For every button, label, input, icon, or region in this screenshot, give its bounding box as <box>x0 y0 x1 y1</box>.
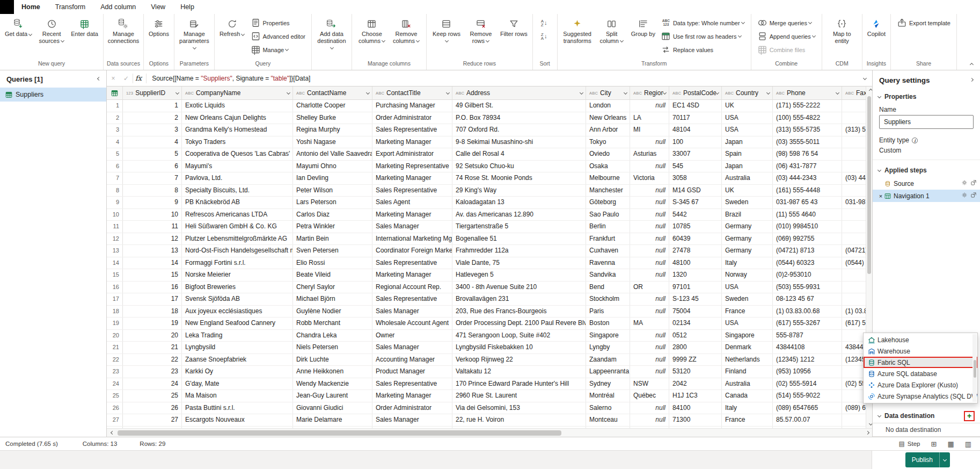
table-cell[interactable]: Leka Trading <box>182 330 293 342</box>
table-cell[interactable]: null <box>842 330 866 342</box>
manage-button[interactable]: Manage <box>248 44 308 55</box>
table-cell[interactable]: Ann Arbor <box>586 124 630 136</box>
scroll-right-icon[interactable] <box>866 431 869 435</box>
table-cell[interactable]: Canada <box>722 390 773 402</box>
tab-add-column[interactable]: Add column <box>93 0 143 14</box>
table-cell[interactable]: Jean-Guy Laurent <box>293 390 372 402</box>
table-cell[interactable]: 203, Rue des Francs-Bourgeois <box>452 306 586 318</box>
vertical-scroll-thumb[interactable] <box>867 96 871 274</box>
table-cell[interactable]: (1) 03.83.00.68 <box>773 306 842 318</box>
publish-button[interactable]: Publish <box>905 452 950 467</box>
table-cell[interactable]: Brovallavägen 231 <box>452 293 586 305</box>
sort-ascending-icon-button[interactable]: AZ↓ <box>537 17 553 28</box>
collapse-settings-panel-button[interactable] <box>970 77 974 81</box>
table-cell[interactable]: Refrescos Americanas LTDA <box>182 209 293 221</box>
table-cell[interactable]: null <box>630 354 669 366</box>
table-cell[interactable]: G'day, Mate <box>182 378 293 390</box>
table-cell[interactable]: Osaka <box>586 161 630 172</box>
table-cell[interactable]: (089) 6547665 <box>773 402 842 414</box>
table-cell[interactable]: Giovanni Giudici <box>293 402 372 414</box>
column-header-companyname[interactable]: ABCCompanyName <box>182 86 293 99</box>
table-cell[interactable]: (617) 555-3267 <box>773 318 842 329</box>
table-cell[interactable]: 100 <box>669 136 722 148</box>
table-cell[interactable]: 5 <box>123 148 182 160</box>
table-cell[interactable]: Specialty Biscuits, Ltd. <box>182 185 293 197</box>
row-number[interactable]: 10 <box>107 209 123 221</box>
table-cell[interactable]: Singapore <box>722 330 773 342</box>
table-cell[interactable]: Coordinator Foreign Markets <box>372 245 452 257</box>
table-cell[interactable]: Export Administrator <box>372 148 452 160</box>
table-cell[interactable]: M14 GSD <box>669 185 722 197</box>
table-cell[interactable]: null <box>630 209 669 221</box>
table-cell[interactable]: (12345) 1210 <box>842 354 866 366</box>
table-cell[interactable]: Norske Meierier <box>182 269 293 281</box>
row-number[interactable]: 1 <box>107 100 123 112</box>
table-cell[interactable]: Germany <box>722 221 773 233</box>
table-cell[interactable]: null <box>630 293 669 305</box>
table-cell[interactable]: USA <box>722 112 773 124</box>
table-cell[interactable]: Sao Paulo <box>586 209 630 221</box>
filter-rows-button[interactable]: Filter rows <box>498 16 530 59</box>
enter-data-button[interactable]: Enter data <box>69 16 100 59</box>
table-cell[interactable]: USA <box>722 124 773 136</box>
table-cell[interactable]: Wendy Mackenzie <box>293 378 372 390</box>
row-number[interactable]: 18 <box>107 306 123 318</box>
table-cell[interactable]: 13 <box>123 245 182 257</box>
table-cell[interactable]: UK <box>722 185 773 197</box>
tab-help[interactable]: Help <box>173 0 202 14</box>
append-queries-button[interactable]: Append queries <box>755 31 818 42</box>
filter-chevron-icon[interactable] <box>366 90 370 94</box>
horizontal-scroll-thumb[interactable] <box>118 430 561 436</box>
table-cell[interactable]: 2800 <box>669 342 722 353</box>
table-cell[interactable]: Anne Heikkonen <box>293 366 372 378</box>
table-cell[interactable]: 10 <box>123 209 182 221</box>
table-cell[interactable]: Order Administrator <box>372 112 452 124</box>
filter-chevron-icon[interactable] <box>836 90 839 94</box>
row-number[interactable]: 4 <box>107 136 123 148</box>
table-cell[interactable]: Wholesale Account Agent <box>372 318 452 329</box>
table-cell[interactable]: Sales Representative <box>372 185 452 197</box>
table-cell[interactable]: Sales Manager <box>372 306 452 318</box>
table-cell[interactable]: Lyngbysild <box>182 342 293 353</box>
table-cell[interactable]: null <box>842 209 866 221</box>
destination-option-lakehouse[interactable]: Lakehouse <box>864 334 977 345</box>
table-cell[interactable]: H1J 1C3 <box>669 390 722 402</box>
collapse-ribbon-button[interactable] <box>970 63 974 67</box>
table-cell[interactable]: Cuxhaven <box>586 245 630 257</box>
destination-option-azure-data-explorer-kusto[interactable]: Azure Data Explorer (Kusto) <box>864 379 977 391</box>
table-cell[interactable]: Boston <box>586 318 630 329</box>
table-cell[interactable]: Montréal <box>586 390 630 402</box>
table-cell[interactable]: null <box>842 390 866 402</box>
row-number[interactable]: 3 <box>107 124 123 136</box>
table-cell[interactable]: (03) 444-6588 <box>842 172 866 184</box>
table-cell[interactable]: 60439 <box>669 233 722 245</box>
table-cell[interactable]: Chandra Leka <box>293 330 372 342</box>
row-number[interactable]: 26 <box>107 402 123 414</box>
table-cell[interactable]: Order Administrator <box>372 402 452 414</box>
commit-formula-icon[interactable]: ✓ <box>120 75 133 82</box>
table-cell[interactable]: Guylène Nodier <box>293 306 372 318</box>
step-flyout-icon[interactable] <box>970 179 977 187</box>
table-cell[interactable]: 48100 <box>669 257 722 269</box>
table-cell[interactable]: (03) 3555-5011 <box>773 136 842 148</box>
table-cell[interactable]: New England Seafood Cannery <box>182 318 293 329</box>
table-cell[interactable]: Marketing Manager <box>372 390 452 402</box>
column-header-phone[interactable]: ABCPhone <box>773 86 842 99</box>
combine-files-button[interactable]: Combine files <box>755 44 818 55</box>
table-cell[interactable]: MA <box>630 318 669 329</box>
table-cell[interactable]: France <box>722 414 773 426</box>
table-cell[interactable]: Marie Delamare <box>293 414 372 426</box>
table-cell[interactable]: Australia <box>722 378 773 390</box>
table-cell[interactable]: null <box>630 233 669 245</box>
table-cell[interactable]: UK <box>722 100 773 112</box>
table-cell[interactable]: null <box>842 233 866 245</box>
cancel-formula-icon[interactable]: × <box>107 75 120 82</box>
table-cell[interactable]: Marketing Representative <box>372 161 452 172</box>
table-cell[interactable]: Escargots Nouveaux <box>182 414 293 426</box>
table-cell[interactable]: null <box>630 245 669 257</box>
table-cell[interactable]: Elio Rossi <box>293 257 372 269</box>
column-header-city[interactable]: ABCCity <box>586 86 630 99</box>
table-cell[interactable]: 545 <box>669 161 722 172</box>
table-cell[interactable]: 48104 <box>669 124 722 136</box>
refresh-button[interactable]: Refresh <box>217 16 247 59</box>
